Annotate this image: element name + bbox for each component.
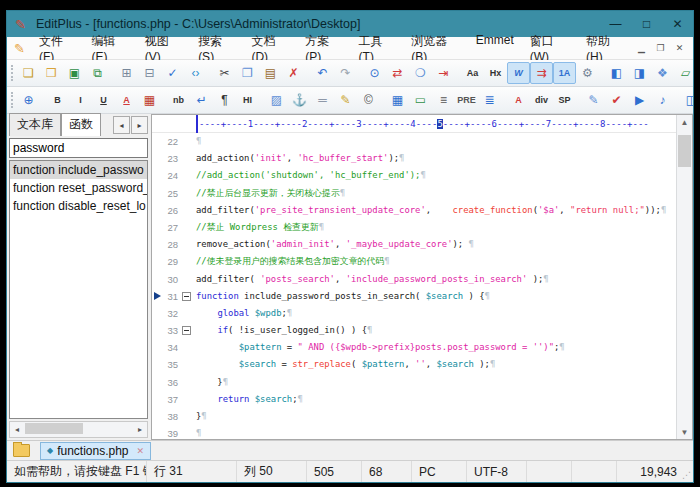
function-filter-input[interactable] xyxy=(9,138,148,158)
word-wrap-button[interactable]: W xyxy=(507,62,530,84)
code-line-27[interactable]: 27//禁止 Wordpress 检查更新¶ xyxy=(152,219,677,236)
list-item[interactable]: function disable_reset_lo xyxy=(10,197,147,215)
preferences-button[interactable]: ⚙ xyxy=(576,62,599,84)
auto-indent-button[interactable]: ⇉ xyxy=(530,62,553,84)
code-line-33[interactable]: 33 if( !is_user_logged_in() ) {¶ xyxy=(152,322,677,339)
resize-grip[interactable]: ⋰ xyxy=(682,470,691,480)
bold-button[interactable]: B xyxy=(46,89,69,111)
goto-line-button[interactable]: ⇥ xyxy=(432,62,455,84)
open-file-button[interactable]: ❒ xyxy=(40,62,63,84)
find-in-files-button[interactable]: ❍ xyxy=(409,62,432,84)
maximize-button[interactable]: □ xyxy=(631,11,662,37)
list-item[interactable]: function include_passwo xyxy=(10,161,147,179)
code-line-29[interactable]: 29//使未登录用户的搜索结果包含加密文章的代码¶ xyxy=(152,253,677,270)
code-line-30[interactable]: 30add_filter( 'posts_search', 'include_p… xyxy=(152,271,677,288)
insert-list-button[interactable]: ≣ xyxy=(478,89,501,111)
vscroll-down-icon[interactable]: ▼ xyxy=(677,425,692,439)
delete-button[interactable]: ✗ xyxy=(282,62,305,84)
document-selector-icon[interactable] xyxy=(13,444,30,457)
insert-image-button[interactable]: ▨ xyxy=(265,89,288,111)
heading-tag-button[interactable]: HI xyxy=(236,89,259,111)
vscroll-up-icon[interactable]: ▲ xyxy=(677,115,692,129)
code-line-35[interactable]: 35 $search = str_replace( $pattern, '', … xyxy=(152,356,677,373)
tab-scroll-right-icon[interactable]: ▸ xyxy=(131,116,148,134)
hex-view-button[interactable]: Hx xyxy=(484,62,507,84)
mdi-restore-button[interactable]: ❐ xyxy=(651,40,670,57)
color-palette-button[interactable]: ▦ xyxy=(138,89,161,111)
cliptext-window-button[interactable]: ◫ xyxy=(680,89,693,111)
print-preview-button[interactable]: ⊞ xyxy=(115,62,138,84)
insert-hr-button[interactable]: ═ xyxy=(311,89,334,111)
set-font-button[interactable]: Aa xyxy=(461,62,484,84)
insert-table-button[interactable]: ▦ xyxy=(386,89,409,111)
font-tag-button[interactable]: A xyxy=(507,89,530,111)
code-line-36[interactable]: 36 }¶ xyxy=(152,374,677,391)
fold-collapse-icon[interactable] xyxy=(182,326,191,335)
code-line-24[interactable]: 24//add_action('shutdown', 'hc_buffer_en… xyxy=(152,167,677,184)
browser-window-button[interactable]: ▱ xyxy=(674,62,693,84)
save-button[interactable]: ▣ xyxy=(63,62,86,84)
close-button[interactable]: ✕ xyxy=(662,11,693,37)
document-tab-functions-php[interactable]: ◆ functions.php ✕ xyxy=(40,442,151,460)
sidebar-tab-cliptext[interactable]: 文本库 xyxy=(9,113,61,136)
code-line-28[interactable]: 28remove_action('admin_init', '_maybe_up… xyxy=(152,236,677,253)
fold-collapse-icon[interactable] xyxy=(182,292,191,301)
code-line-39[interactable]: 39¶ xyxy=(152,425,677,440)
sidebar-tab-functions[interactable]: 函数 xyxy=(61,113,101,136)
code-line-23[interactable]: 23add_action('init', 'hc_buffer_start');… xyxy=(152,150,677,167)
cut-button[interactable]: ✂ xyxy=(213,62,236,84)
copy-button[interactable]: ❐ xyxy=(236,62,259,84)
code-line-38[interactable]: 38}¶ xyxy=(152,408,677,425)
save-all-button[interactable]: ⧉ xyxy=(86,62,109,84)
paste-button[interactable]: ▤ xyxy=(259,62,282,84)
hscroll-left-icon[interactable]: ◂ xyxy=(10,422,24,437)
vscroll-thumb[interactable] xyxy=(678,135,691,167)
document-window-button[interactable]: ❖ xyxy=(651,62,674,84)
code-line-37[interactable]: 37 return $search;¶ xyxy=(152,391,677,408)
code-line-34[interactable]: 34 $pattern = " AND ({$wpdb->prefix}post… xyxy=(152,339,677,356)
line-break-button[interactable]: ↵ xyxy=(190,89,213,111)
div-tag-button[interactable]: div xyxy=(530,89,553,111)
script-editor-button[interactable]: ✎ xyxy=(582,89,605,111)
code-line-32[interactable]: 32 global $wpdb;¶ xyxy=(152,305,677,322)
editor-vscrollbar[interactable]: ▲ ▼ xyxy=(676,115,692,439)
find-button[interactable]: ⊙ xyxy=(363,62,386,84)
underline-button[interactable]: U xyxy=(92,89,115,111)
hscroll-right-icon[interactable]: ▸ xyxy=(133,422,147,437)
toggle-sidebar-button[interactable]: ◧ xyxy=(605,62,628,84)
toolbar-grip[interactable] xyxy=(11,92,13,108)
code-line-22[interactable]: 22¶ xyxy=(152,133,677,150)
insert-audio-button[interactable]: ♪ xyxy=(651,89,674,111)
mdi-minimize-button[interactable]: ▁ xyxy=(632,40,651,57)
edit-html-button[interactable]: ✎ xyxy=(334,89,357,111)
print-button[interactable]: ⊟ xyxy=(138,62,161,84)
view-in-browser-button[interactable]: ⊕ xyxy=(17,89,40,111)
mdi-close-button[interactable]: ✕ xyxy=(670,40,689,57)
tab-close-icon[interactable]: ✕ xyxy=(137,446,145,456)
align-center-button[interactable]: ≡ xyxy=(432,89,455,111)
html-source-button[interactable]: ‹› xyxy=(184,62,207,84)
span-tag-button[interactable]: SP xyxy=(553,89,576,111)
code-line-31[interactable]: 31function include_password_posts_in_sea… xyxy=(152,288,677,305)
code-line-25[interactable]: 25//禁止后台显示更新，关闭核心提示¶ xyxy=(152,185,677,202)
list-item[interactable]: function reset_password_ xyxy=(10,179,147,197)
syntax-check-button[interactable]: ✔ xyxy=(605,89,628,111)
pre-tag-button[interactable]: PRE xyxy=(455,89,478,111)
line-numbers-button[interactable]: 1A xyxy=(553,62,576,84)
sidebar-hscrollbar[interactable]: ◂ ▸ xyxy=(9,421,148,438)
italic-button[interactable]: I xyxy=(69,89,92,111)
editor-area[interactable]: ----+----1----+----2----+----3----+----4… xyxy=(151,114,693,440)
insert-form-field-button[interactable]: ▭ xyxy=(409,89,432,111)
nbsp-button[interactable]: nb xyxy=(167,89,190,111)
tab-scroll-left-icon[interactable]: ◂ xyxy=(113,116,130,134)
toggle-cliptext-button[interactable]: ◨ xyxy=(628,62,651,84)
undo-button[interactable]: ↶ xyxy=(311,62,334,84)
toolbar-grip[interactable] xyxy=(11,65,13,81)
paragraph-button[interactable]: ¶ xyxy=(213,89,236,111)
code-line-26[interactable]: 26add_filter('pre_site_transient_update_… xyxy=(152,202,677,219)
redo-button[interactable]: ↷ xyxy=(334,62,357,84)
insert-media-button[interactable]: ▶ xyxy=(628,89,651,111)
replace-button[interactable]: ⇄ xyxy=(386,62,409,84)
spell-check-button[interactable]: ✓ xyxy=(161,62,184,84)
code-view[interactable]: 22¶23add_action('init', 'hc_buffer_start… xyxy=(152,133,677,440)
